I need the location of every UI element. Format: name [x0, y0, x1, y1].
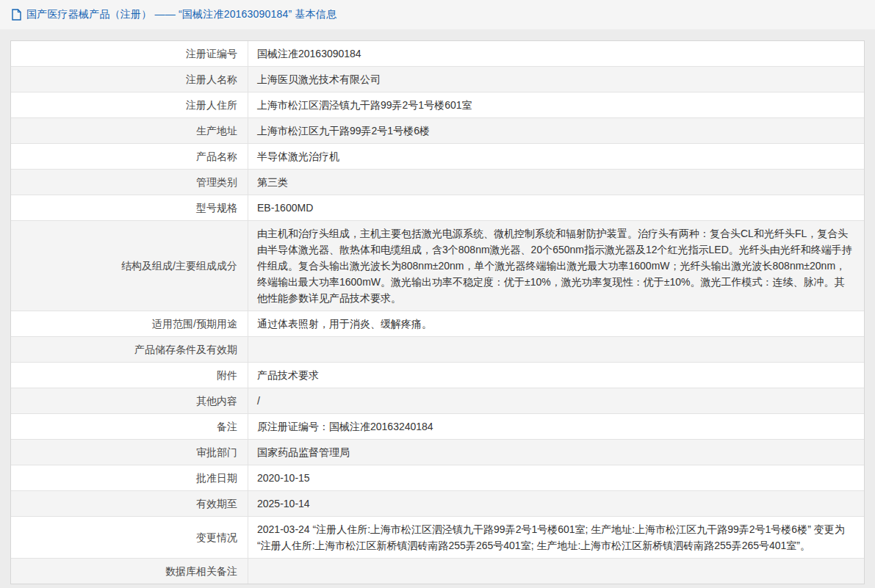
row-label: 批准日期	[11, 465, 248, 490]
table-row: 管理类别 第三类	[11, 170, 864, 195]
table-row: 数据库相关备注	[11, 559, 864, 584]
table-row: 审批部门 国家药品监督管理局	[11, 440, 864, 465]
table-row: 注册证编号 国械注准20163090184	[11, 41, 864, 67]
row-value: 国械注准20163090184	[248, 41, 864, 66]
row-value: 上海医贝激光技术有限公司	[248, 67, 864, 92]
row-value: 2021-03-24 “注册人住所:上海市松江区泗泾镇九干路99弄2号1号楼60…	[248, 517, 864, 558]
row-label: 注册人住所	[11, 92, 248, 117]
row-value: 通过体表照射，用于消炎、缓解疼痛。	[248, 311, 864, 336]
row-label: 其他内容	[11, 388, 248, 413]
table-row: 附件 产品技术要求	[11, 363, 864, 388]
table-row: 生产地址 上海市松江区九干路99弄2号1号楼6楼	[11, 118, 864, 144]
row-label: 生产地址	[11, 118, 248, 143]
row-label: 变更情况	[11, 517, 248, 558]
table-row: 有效期至 2025-10-14	[11, 491, 864, 517]
table-row: 产品名称 半导体激光治疗机	[11, 144, 864, 170]
table-row: 型号规格 EB-1600MD	[11, 195, 864, 221]
row-label: 审批部门	[11, 440, 248, 465]
row-value: 2025-10-14	[248, 491, 864, 516]
row-label: 备注	[11, 414, 248, 439]
table-row: 产品储存条件及有效期	[11, 337, 864, 363]
row-value: /	[248, 388, 864, 413]
table-row: 变更情况 2021-03-24 “注册人住所:上海市松江区泗泾镇九干路99弄2号…	[11, 517, 864, 559]
page-header: 国产医疗器械产品（注册） —— “国械注准20163090184” 基本信息	[0, 0, 875, 29]
row-label: 产品名称	[11, 144, 248, 169]
row-label: 产品储存条件及有效期	[11, 337, 248, 362]
row-value: 由主机和治疗头组成，主机主要包括激光电源系统、微机控制系统和辐射防护装置。治疗头…	[248, 221, 864, 311]
table-row: 注册人住所 上海市松江区泗泾镇九干路99弄2号1号楼601室	[11, 92, 864, 118]
row-label: 适用范围/预期用途	[11, 311, 248, 336]
table-row: 其他内容 /	[11, 388, 864, 414]
row-label: 数据库相关备注	[11, 559, 248, 584]
row-label: 注册人名称	[11, 67, 248, 92]
table-row: 结构及组成/主要组成成分 由主机和治疗头组成，主机主要包括激光电源系统、微机控制…	[11, 221, 864, 311]
table-row: 批准日期 2020-10-15	[11, 465, 864, 491]
row-label: 型号规格	[11, 195, 248, 220]
row-value: 2020-10-15	[248, 465, 864, 490]
row-label: 有效期至	[11, 491, 248, 516]
registration-info-table: 注册证编号 国械注准20163090184 注册人名称 上海医贝激光技术有限公司…	[10, 40, 865, 584]
row-value: 产品技术要求	[248, 363, 864, 388]
row-label: 管理类别	[11, 170, 248, 195]
row-value: 第三类	[248, 170, 864, 195]
table-row: 备注 原注册证编号：国械注准20163240184	[11, 414, 864, 440]
row-value	[248, 559, 864, 584]
row-value: 上海市松江区九干路99弄2号1号楼6楼	[248, 118, 864, 143]
row-value: EB-1600MD	[248, 195, 864, 220]
row-label: 结构及组成/主要组成成分	[11, 221, 248, 311]
row-value: 原注册证编号：国械注准20163240184	[248, 414, 864, 439]
row-label: 注册证编号	[11, 41, 248, 66]
row-value	[248, 337, 864, 362]
row-value: 国家药品监督管理局	[248, 440, 864, 465]
row-label: 附件	[11, 363, 248, 388]
table-row: 适用范围/预期用途 通过体表照射，用于消炎、缓解疼痛。	[11, 311, 864, 337]
row-value: 上海市松江区泗泾镇九干路99弄2号1号楼601室	[248, 92, 864, 117]
document-icon	[12, 9, 21, 21]
page-title: 国产医疗器械产品（注册） —— “国械注准20163090184” 基本信息	[26, 8, 336, 21]
row-value: 半导体激光治疗机	[248, 144, 864, 169]
table-row: 注册人名称 上海医贝激光技术有限公司	[11, 67, 864, 92]
